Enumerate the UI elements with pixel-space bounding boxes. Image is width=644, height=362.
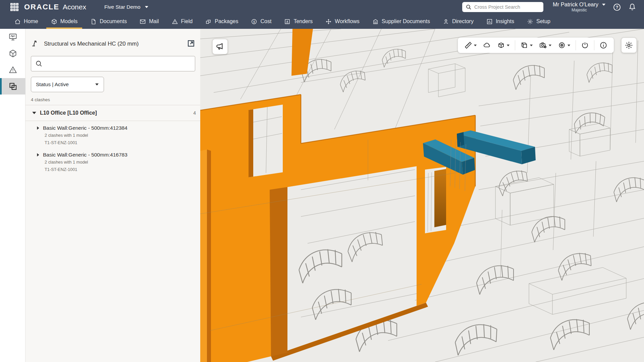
model-3d-viewport[interactable]	[200, 29, 644, 362]
notifications-button[interactable]	[628, 3, 637, 11]
focus-button[interactable]	[555, 38, 574, 53]
clash-item-row[interactable]: Basic Wall:Generic - 500mm:416783 2 clas…	[25, 148, 200, 175]
section-box-icon	[497, 41, 505, 49]
markup-cloud-button[interactable]	[480, 38, 494, 53]
view-box-icon	[520, 41, 528, 49]
bar-chart-icon	[486, 18, 493, 25]
warning-triangle-icon	[8, 65, 17, 74]
rail-models-button[interactable]	[0, 45, 25, 62]
nav-label: Setup	[536, 18, 550, 24]
nav-supplier-documents[interactable]: Supplier Documents	[366, 14, 436, 29]
nav-label: Tenders	[293, 18, 313, 24]
reset-view-button[interactable]	[578, 38, 592, 53]
announcement-button[interactable]	[212, 39, 228, 54]
toolbar-divider	[576, 40, 576, 50]
nav-tenders[interactable]: Tenders	[278, 14, 319, 29]
up-to-parent-icon	[31, 39, 40, 48]
help-button[interactable]: ?	[612, 3, 621, 11]
workflows-icon	[325, 18, 332, 25]
nav-insights[interactable]: Insights	[480, 14, 521, 29]
rail-viewer-button[interactable]	[0, 29, 25, 45]
packages-icon	[205, 18, 212, 25]
oracle-wordmark: ORACLE	[24, 3, 59, 11]
open-in-new-icon	[187, 39, 195, 48]
project-selector[interactable]: Five Star Demo	[104, 4, 149, 10]
nav-home[interactable]: Home	[8, 14, 45, 29]
nav-packages[interactable]: Packages	[199, 14, 245, 29]
nav-field[interactable]: Field	[165, 14, 199, 29]
toolbar-divider	[594, 40, 594, 50]
up-to-parent-button[interactable]	[31, 39, 40, 49]
rail-issues-button[interactable]	[0, 62, 25, 78]
model-scene	[200, 29, 644, 362]
main-nav: Home Models Documents Mail Field Package…	[0, 14, 644, 29]
nav-models[interactable]: Models	[45, 14, 84, 29]
clash-test-title: Structural vs Mechanical HC (20 mm)	[44, 41, 182, 47]
cube-icon	[51, 18, 57, 25]
gear-icon	[625, 41, 633, 50]
aconex-wordmark: Aconex	[63, 3, 86, 11]
chevron-down-icon	[32, 111, 37, 115]
nav-documents[interactable]: Documents	[84, 14, 133, 29]
gear-icon	[527, 18, 533, 25]
search-icon	[466, 4, 472, 10]
info-icon	[599, 41, 607, 49]
monitor-icon	[8, 33, 17, 42]
user-menu[interactable]: Mr Patrick O'Leary Majestic	[553, 1, 606, 12]
clash-item-model-ref: T1-ST-ENZ-1001	[45, 167, 196, 173]
dollar-circle-icon: $	[251, 18, 257, 25]
info-button[interactable]	[596, 38, 610, 53]
cube-icon	[8, 49, 17, 58]
nav-label: Workflows	[335, 18, 360, 24]
nav-label: Cost	[260, 18, 271, 24]
chevron-down-icon	[95, 83, 99, 86]
topbar-row1: ORACLE Aconex Five Star Demo Mr Patrick …	[0, 0, 644, 14]
rail-clash-detection-button[interactable]	[0, 78, 25, 95]
nav-label: Packages	[215, 18, 238, 24]
svg-text:?: ?	[615, 5, 618, 10]
nav-label: Directory	[452, 18, 474, 24]
nav-mail[interactable]: Mail	[133, 14, 165, 29]
chevron-down-icon	[548, 44, 552, 47]
views-button[interactable]	[517, 38, 536, 53]
nav-label: Supplier Documents	[382, 18, 430, 24]
clash-item-row[interactable]: Basic Wall:Generic - 500mm:412384 2 clas…	[25, 121, 200, 148]
clash-item-title: Basic Wall:Generic - 500mm:412384	[43, 125, 127, 131]
chevron-down-icon	[567, 44, 571, 47]
help-icon: ?	[613, 3, 621, 11]
nav-directory[interactable]: Directory	[436, 14, 480, 29]
topbar: ORACLE Aconex Five Star Demo Mr Patrick …	[0, 0, 644, 29]
measure-ruler-icon	[464, 41, 472, 49]
app-launcher-waffle-icon[interactable]	[10, 3, 19, 11]
bell-icon	[628, 3, 636, 11]
nav-label: Models	[60, 18, 78, 24]
status-filter-dropdown[interactable]: Status | Active	[31, 77, 104, 92]
measure-tool-button[interactable]	[461, 38, 480, 53]
clash-item-summary: 2 clashes with 1 model	[45, 159, 196, 165]
cross-project-search	[462, 2, 543, 12]
chevron-down-icon	[145, 6, 149, 8]
clash-panel: Structural vs Mechanical HC (20 mm) Stat…	[25, 29, 200, 362]
nav-workflows[interactable]: Workflows	[319, 14, 366, 29]
nav-setup[interactable]: Setup	[521, 14, 557, 29]
project-name: Five Star Demo	[104, 4, 141, 10]
clash-search-input[interactable]	[46, 61, 191, 67]
camera-settings-icon	[539, 41, 547, 49]
mail-icon	[140, 18, 146, 25]
focus-target-icon	[558, 41, 566, 49]
clash-group-row[interactable]: L10 Office [L10 Office] 4	[25, 105, 200, 121]
markup-cloud-icon	[483, 41, 491, 49]
search-icon	[35, 60, 43, 67]
viewer-settings-button[interactable]	[621, 38, 637, 53]
nav-cost[interactable]: $ Cost	[245, 14, 278, 29]
snapshot-button[interactable]	[536, 38, 555, 53]
building-icon	[372, 18, 379, 25]
reset-power-icon	[581, 41, 589, 49]
user-name: Mr Patrick O'Leary	[553, 1, 598, 8]
clash-item-title: Basic Wall:Generic - 500mm:416783	[43, 152, 127, 158]
open-in-new-button[interactable]	[187, 39, 195, 49]
chevron-down-icon	[602, 3, 606, 6]
user-org: Majestic	[572, 8, 587, 12]
search-input[interactable]	[474, 4, 540, 10]
section-tool-button[interactable]	[494, 38, 513, 53]
